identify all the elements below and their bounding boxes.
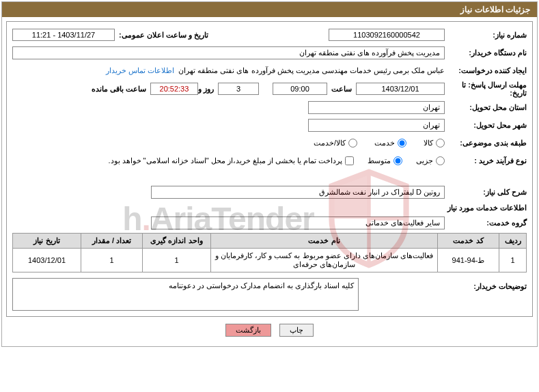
page-title: جزئیات اطلاعات نیاز (2, 2, 537, 17)
remaining-and: روز و (198, 85, 218, 94)
number-label: شماره نیاز: (445, 31, 527, 40)
remaining-suffix: ساعت باقی مانده (92, 85, 150, 94)
deadline-date-field: 1403/12/01 (356, 83, 445, 95)
th-date: تاریخ نیاز (13, 234, 81, 249)
th-code: کد خدمت (438, 234, 499, 249)
services-header: اطلاعات خدمات مورد نیاز (12, 204, 527, 212)
category-both[interactable]: کالا/خدمت (314, 139, 357, 148)
remaining-days: 3 (218, 83, 259, 95)
buyer-contact-link[interactable]: اطلاعات تماس خریدار (106, 66, 174, 75)
cell-qty: 1 (81, 249, 143, 272)
category-goods[interactable]: کالا (424, 139, 445, 148)
group-field: سایر فعالیت‌های خدماتی (151, 216, 445, 229)
province-field: تهران (308, 101, 445, 114)
process-type-label: نوع فرآیند خرید : (445, 156, 527, 165)
category-label: طبقه بندی موضوعی: (445, 139, 527, 148)
summary-field: روتین D لیفتراک در انبار نفت شمالشرق (151, 186, 445, 199)
process-minor[interactable]: جزیی (416, 156, 445, 165)
th-name: نام خدمت (211, 234, 438, 249)
creator-label: ایجاد کننده درخواست: (445, 66, 527, 75)
remaining-time: 20:52:33 (150, 83, 198, 95)
cell-unit: 1 (143, 249, 211, 272)
cell-date: 1403/12/01 (13, 249, 81, 272)
buyer-label: نام دستگاه خریدار: (445, 48, 527, 57)
radio-medium[interactable] (393, 156, 402, 165)
th-unit: واحد اندازه گیری (143, 234, 211, 249)
radio-goods[interactable] (436, 139, 445, 148)
process-medium[interactable]: متوسط (368, 156, 402, 165)
radio-minor[interactable] (436, 156, 445, 165)
treasury-label: پرداخت تمام یا بخشی از مبلغ خرید،از محل … (108, 156, 342, 165)
radio-both[interactable] (348, 139, 357, 148)
city-label: شهر محل تحویل: (445, 121, 527, 130)
category-service[interactable]: خدمت (374, 139, 406, 148)
deadline-time-field: 09:00 (273, 83, 327, 95)
cell-code: ط-94-941 (438, 249, 499, 272)
announce-label: تاریخ و ساعت اعلان عمومی: (115, 31, 212, 40)
group-label: گروه خدمت: (445, 219, 527, 227)
cell-n: 1 (499, 249, 527, 272)
cell-name: فعالیت‌های سازمان‌های دارای عضو مربوط به… (211, 249, 438, 272)
buyer-desc-box: کلیه اسناد بارگذاری به انضمام مدارک درخو… (12, 278, 359, 311)
summary-label: شرح کلی نیاز: (445, 188, 527, 197)
creator-field: عباس ملک برمی رئیس خدمات مهندسی مدیریت پ… (178, 66, 445, 75)
services-table: ردیف کد خدمت نام خدمت واحد اندازه گیری ت… (12, 233, 527, 272)
buyer-desc-label: توضیحات خریدار: (445, 278, 527, 291)
th-qty: تعداد / مقدار (81, 234, 143, 249)
treasury-checkbox[interactable] (345, 156, 354, 165)
deadline-time-label: ساعت (327, 85, 356, 94)
buyer-field: مدیریت پخش فرآورده های نفتی منطقه تهران (12, 46, 445, 59)
deadline-label: مهلت ارسال پاسخ: تاتاریخ: (445, 81, 527, 97)
radio-service[interactable] (398, 139, 406, 148)
treasury-checkbox-wrap[interactable]: پرداخت تمام یا بخشی از مبلغ خرید،از محل … (108, 156, 354, 165)
province-label: استان محل تحویل: (445, 103, 527, 112)
city-field: تهران (308, 119, 445, 132)
details-fieldset: شماره نیاز: 1103092160000542 تاریخ و ساع… (6, 21, 533, 317)
number-field: 1103092160000542 (329, 29, 445, 41)
back-button[interactable]: بازگشت (225, 324, 271, 337)
table-row: 1 ط-94-941 فعالیت‌های سازمان‌های دارای ع… (13, 249, 527, 272)
print-button[interactable]: چاپ (279, 324, 314, 337)
announce-field: 1403/11/27 - 11:21 (12, 29, 115, 41)
th-row: ردیف (499, 234, 527, 249)
